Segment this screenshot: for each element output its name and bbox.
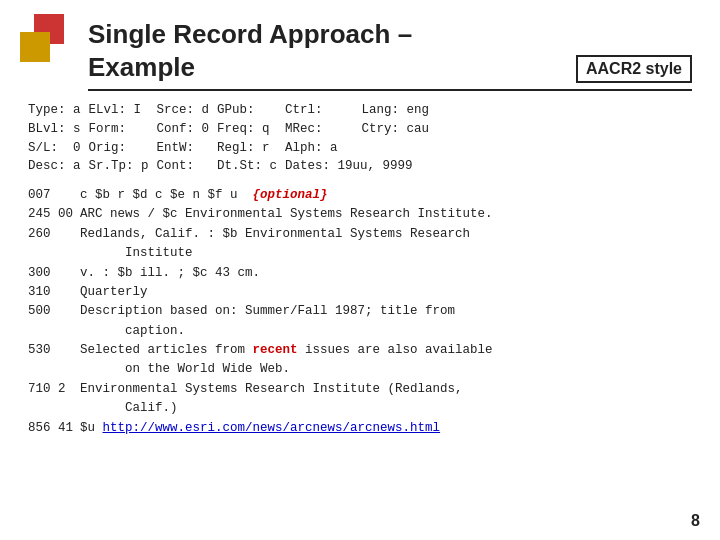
fixed-freq: Freq: q bbox=[217, 120, 285, 139]
fixed-gpub: GPub: bbox=[217, 101, 285, 120]
marc-300: 300 v. : $b ill. ; $c 43 cm. bbox=[28, 264, 692, 283]
fixed-mrec: MRec: bbox=[285, 120, 346, 139]
marc-300-content: v. : $b ill. ; $c 43 cm. bbox=[80, 264, 692, 283]
marc-710: 710 2 Environmental Systems Research Ins… bbox=[28, 380, 692, 419]
marc-856-tag: 856 41 bbox=[28, 419, 80, 438]
fixed-table: Type: a ELvl: I Srce: d GPub: Ctrl: Lang… bbox=[28, 101, 437, 176]
fixed-srce: Srce: d bbox=[157, 101, 218, 120]
fixed-empty3 bbox=[346, 139, 438, 158]
fixed-regl: Regl: r bbox=[217, 139, 285, 158]
aacr2-badge: AACR2 style bbox=[576, 55, 692, 83]
fixed-fields: Type: a ELvl: I Srce: d GPub: Ctrl: Lang… bbox=[28, 101, 692, 176]
fixed-srtp: Sr.Tp: p bbox=[89, 157, 157, 176]
marc-856-url[interactable]: http://www.esri.com/news/arcnews/arcnews… bbox=[103, 421, 441, 435]
fixed-entw: EntW: bbox=[157, 139, 218, 158]
fixed-type: Type: a bbox=[28, 101, 89, 120]
fixed-conf: Conf: 0 bbox=[157, 120, 218, 139]
marc-007-content: c $b r $d c $e n $f u {optional} bbox=[80, 186, 692, 205]
marc-530-content: Selected articles from recent issues are… bbox=[80, 341, 692, 380]
title-divider bbox=[88, 89, 692, 91]
fixed-lang: Lang: eng bbox=[346, 101, 438, 120]
marc-260-content: Redlands, Calif. : $b Environmental Syst… bbox=[80, 225, 692, 264]
fixed-blvl: BLvl: s bbox=[28, 120, 89, 139]
fixed-desc: Desc: a bbox=[28, 157, 89, 176]
fixed-dates: Dates: 19uu, 9999 bbox=[285, 157, 437, 176]
fixed-ctrl: Ctrl: bbox=[285, 101, 346, 120]
fixed-row-3: S/L: 0 Orig: EntW: Regl: r Alph: a bbox=[28, 139, 437, 158]
marc-500-content: Description based on: Summer/Fall 1987; … bbox=[80, 302, 692, 341]
title-text: Single Record Approach – Example AACR2 s… bbox=[88, 18, 692, 83]
fixed-cont: Cont: bbox=[157, 157, 218, 176]
marc-007-optional: {optional} bbox=[253, 188, 328, 202]
fixed-form: Form: bbox=[89, 120, 157, 139]
marc-310-content: Quarterly bbox=[80, 283, 692, 302]
marc-260: 260 Redlands, Calif. : $b Environmental … bbox=[28, 225, 692, 264]
marc-245-tag: 245 00 bbox=[28, 205, 80, 224]
fixed-dtst: Dt.St: c bbox=[217, 157, 285, 176]
marc-fields: 007 c $b r $d c $e n $f u {optional} 245… bbox=[28, 186, 692, 438]
marc-710-content: Environmental Systems Research Institute… bbox=[80, 380, 692, 419]
fixed-row-4: Desc: a Sr.Tp: p Cont: Dt.St: c Dates: 1… bbox=[28, 157, 437, 176]
marc-530-tag: 530 bbox=[28, 341, 80, 380]
marc-856: 856 41 $u http://www.esri.com/news/arcne… bbox=[28, 419, 692, 438]
header: Single Record Approach – Example AACR2 s… bbox=[88, 18, 692, 91]
marc-260-tag: 260 bbox=[28, 225, 80, 264]
fixed-sl: S/L: 0 bbox=[28, 139, 89, 158]
page-number: 8 bbox=[691, 512, 700, 530]
yellow-square bbox=[20, 32, 50, 62]
fixed-row-2: BLvl: s Form: Conf: 0 Freq: q MRec: Ctry… bbox=[28, 120, 437, 139]
title-line2: Example bbox=[88, 51, 195, 84]
marc-530: 530 Selected articles from recent issues… bbox=[28, 341, 692, 380]
marc-310-tag: 310 bbox=[28, 283, 80, 302]
fixed-row-1: Type: a ELvl: I Srce: d GPub: Ctrl: Lang… bbox=[28, 101, 437, 120]
marc-310: 310 Quarterly bbox=[28, 283, 692, 302]
marc-500: 500 Description based on: Summer/Fall 19… bbox=[28, 302, 692, 341]
marc-007-tag: 007 bbox=[28, 186, 80, 205]
marc-245-content: ARC news / $c Environmental Systems Rese… bbox=[80, 205, 692, 224]
highlight-recent: recent bbox=[253, 343, 298, 357]
fixed-alph: Alph: a bbox=[285, 139, 346, 158]
marc-710-tag: 710 2 bbox=[28, 380, 80, 419]
slide: Single Record Approach – Example AACR2 s… bbox=[0, 0, 720, 540]
title-line1: Single Record Approach – bbox=[88, 18, 692, 51]
slide-title: Single Record Approach – Example AACR2 s… bbox=[88, 18, 692, 83]
marc-007: 007 c $b r $d c $e n $f u {optional} bbox=[28, 186, 692, 205]
marc-300-tag: 300 bbox=[28, 264, 80, 283]
fixed-ctry: Ctry: cau bbox=[346, 120, 438, 139]
marc-856-content: $u http://www.esri.com/news/arcnews/arcn… bbox=[80, 419, 692, 438]
marc-245: 245 00 ARC news / $c Environmental Syste… bbox=[28, 205, 692, 224]
fixed-elvl: ELvl: I bbox=[89, 101, 157, 120]
fixed-orig: Orig: bbox=[89, 139, 157, 158]
decorative-squares bbox=[20, 14, 66, 66]
marc-500-tag: 500 bbox=[28, 302, 80, 341]
